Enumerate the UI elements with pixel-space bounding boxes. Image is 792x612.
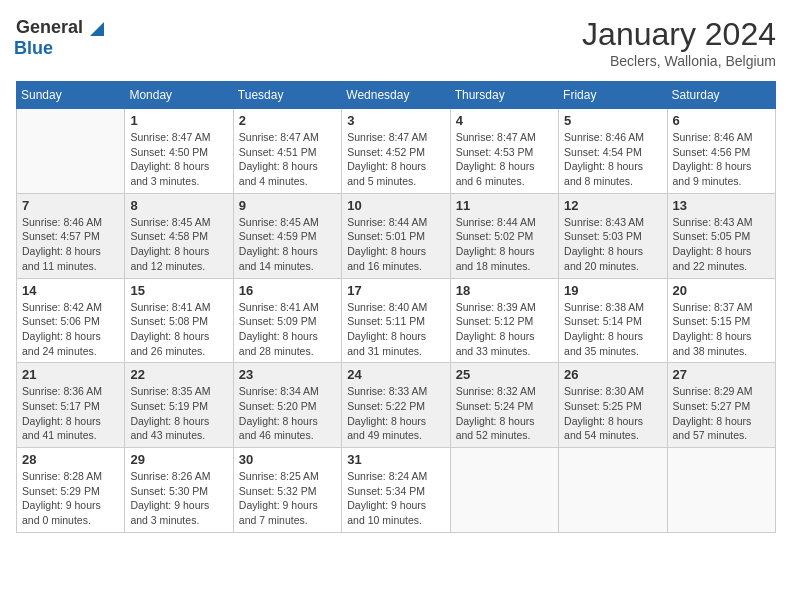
- day-number: 5: [564, 113, 661, 128]
- calendar-cell: 18Sunrise: 8:39 AMSunset: 5:12 PMDayligh…: [450, 278, 558, 363]
- day-info: Sunrise: 8:43 AMSunset: 5:03 PMDaylight:…: [564, 215, 661, 274]
- weekday-header: Monday: [125, 82, 233, 109]
- day-number: 22: [130, 367, 227, 382]
- calendar-cell: 25Sunrise: 8:32 AMSunset: 5:24 PMDayligh…: [450, 363, 558, 448]
- day-info: Sunrise: 8:47 AMSunset: 4:51 PMDaylight:…: [239, 130, 336, 189]
- day-number: 30: [239, 452, 336, 467]
- day-info: Sunrise: 8:29 AMSunset: 5:27 PMDaylight:…: [673, 384, 770, 443]
- calendar-cell: 17Sunrise: 8:40 AMSunset: 5:11 PMDayligh…: [342, 278, 450, 363]
- day-number: 28: [22, 452, 119, 467]
- calendar-cell: 12Sunrise: 8:43 AMSunset: 5:03 PMDayligh…: [559, 193, 667, 278]
- weekday-header: Wednesday: [342, 82, 450, 109]
- calendar-cell: 10Sunrise: 8:44 AMSunset: 5:01 PMDayligh…: [342, 193, 450, 278]
- day-number: 15: [130, 283, 227, 298]
- day-info: Sunrise: 8:47 AMSunset: 4:50 PMDaylight:…: [130, 130, 227, 189]
- calendar-cell: 4Sunrise: 8:47 AMSunset: 4:53 PMDaylight…: [450, 109, 558, 194]
- calendar-cell: 7Sunrise: 8:46 AMSunset: 4:57 PMDaylight…: [17, 193, 125, 278]
- calendar-cell: 23Sunrise: 8:34 AMSunset: 5:20 PMDayligh…: [233, 363, 341, 448]
- calendar-cell: 21Sunrise: 8:36 AMSunset: 5:17 PMDayligh…: [17, 363, 125, 448]
- calendar-cell: 2Sunrise: 8:47 AMSunset: 4:51 PMDaylight…: [233, 109, 341, 194]
- calendar-cell: 5Sunrise: 8:46 AMSunset: 4:54 PMDaylight…: [559, 109, 667, 194]
- day-number: 29: [130, 452, 227, 467]
- day-info: Sunrise: 8:44 AMSunset: 5:02 PMDaylight:…: [456, 215, 553, 274]
- day-number: 8: [130, 198, 227, 213]
- calendar-cell: [450, 448, 558, 533]
- day-number: 6: [673, 113, 770, 128]
- day-number: 7: [22, 198, 119, 213]
- calendar-cell: [17, 109, 125, 194]
- day-number: 19: [564, 283, 661, 298]
- day-number: 1: [130, 113, 227, 128]
- logo-blue-text: Blue: [14, 38, 53, 59]
- day-number: 27: [673, 367, 770, 382]
- day-number: 11: [456, 198, 553, 213]
- calendar-cell: 3Sunrise: 8:47 AMSunset: 4:52 PMDaylight…: [342, 109, 450, 194]
- calendar-header-row: SundayMondayTuesdayWednesdayThursdayFrid…: [17, 82, 776, 109]
- day-info: Sunrise: 8:33 AMSunset: 5:22 PMDaylight:…: [347, 384, 444, 443]
- day-info: Sunrise: 8:40 AMSunset: 5:11 PMDaylight:…: [347, 300, 444, 359]
- day-number: 17: [347, 283, 444, 298]
- day-number: 4: [456, 113, 553, 128]
- calendar-cell: 29Sunrise: 8:26 AMSunset: 5:30 PMDayligh…: [125, 448, 233, 533]
- day-info: Sunrise: 8:45 AMSunset: 4:58 PMDaylight:…: [130, 215, 227, 274]
- day-number: 24: [347, 367, 444, 382]
- logo-general-text: General: [16, 17, 83, 38]
- day-info: Sunrise: 8:35 AMSunset: 5:19 PMDaylight:…: [130, 384, 227, 443]
- day-info: Sunrise: 8:38 AMSunset: 5:14 PMDaylight:…: [564, 300, 661, 359]
- day-number: 21: [22, 367, 119, 382]
- calendar-table: SundayMondayTuesdayWednesdayThursdayFrid…: [16, 81, 776, 533]
- day-info: Sunrise: 8:44 AMSunset: 5:01 PMDaylight:…: [347, 215, 444, 274]
- day-info: Sunrise: 8:30 AMSunset: 5:25 PMDaylight:…: [564, 384, 661, 443]
- page-subtitle: Beclers, Wallonia, Belgium: [582, 53, 776, 69]
- calendar-cell: 22Sunrise: 8:35 AMSunset: 5:19 PMDayligh…: [125, 363, 233, 448]
- day-info: Sunrise: 8:36 AMSunset: 5:17 PMDaylight:…: [22, 384, 119, 443]
- calendar-cell: 11Sunrise: 8:44 AMSunset: 5:02 PMDayligh…: [450, 193, 558, 278]
- calendar-cell: 8Sunrise: 8:45 AMSunset: 4:58 PMDaylight…: [125, 193, 233, 278]
- calendar-cell: 26Sunrise: 8:30 AMSunset: 5:25 PMDayligh…: [559, 363, 667, 448]
- weekday-header: Friday: [559, 82, 667, 109]
- weekday-header: Sunday: [17, 82, 125, 109]
- calendar-cell: 24Sunrise: 8:33 AMSunset: 5:22 PMDayligh…: [342, 363, 450, 448]
- day-number: 25: [456, 367, 553, 382]
- day-info: Sunrise: 8:41 AMSunset: 5:08 PMDaylight:…: [130, 300, 227, 359]
- day-info: Sunrise: 8:28 AMSunset: 5:29 PMDaylight:…: [22, 469, 119, 528]
- svg-marker-0: [90, 22, 104, 36]
- day-info: Sunrise: 8:46 AMSunset: 4:57 PMDaylight:…: [22, 215, 119, 274]
- weekday-header: Saturday: [667, 82, 775, 109]
- calendar-cell: [559, 448, 667, 533]
- day-info: Sunrise: 8:45 AMSunset: 4:59 PMDaylight:…: [239, 215, 336, 274]
- day-number: 12: [564, 198, 661, 213]
- day-info: Sunrise: 8:41 AMSunset: 5:09 PMDaylight:…: [239, 300, 336, 359]
- day-info: Sunrise: 8:25 AMSunset: 5:32 PMDaylight:…: [239, 469, 336, 528]
- day-info: Sunrise: 8:47 AMSunset: 4:52 PMDaylight:…: [347, 130, 444, 189]
- day-info: Sunrise: 8:26 AMSunset: 5:30 PMDaylight:…: [130, 469, 227, 528]
- calendar-cell: 16Sunrise: 8:41 AMSunset: 5:09 PMDayligh…: [233, 278, 341, 363]
- day-number: 3: [347, 113, 444, 128]
- calendar-cell: 27Sunrise: 8:29 AMSunset: 5:27 PMDayligh…: [667, 363, 775, 448]
- day-info: Sunrise: 8:46 AMSunset: 4:56 PMDaylight:…: [673, 130, 770, 189]
- page-header: General Blue January 2024 Beclers, Wallo…: [16, 16, 776, 69]
- calendar-row: 28Sunrise: 8:28 AMSunset: 5:29 PMDayligh…: [17, 448, 776, 533]
- day-info: Sunrise: 8:32 AMSunset: 5:24 PMDaylight:…: [456, 384, 553, 443]
- calendar-cell: 30Sunrise: 8:25 AMSunset: 5:32 PMDayligh…: [233, 448, 341, 533]
- weekday-header: Tuesday: [233, 82, 341, 109]
- day-number: 14: [22, 283, 119, 298]
- calendar-cell: [667, 448, 775, 533]
- calendar-cell: 14Sunrise: 8:42 AMSunset: 5:06 PMDayligh…: [17, 278, 125, 363]
- calendar-cell: 9Sunrise: 8:45 AMSunset: 4:59 PMDaylight…: [233, 193, 341, 278]
- day-info: Sunrise: 8:46 AMSunset: 4:54 PMDaylight:…: [564, 130, 661, 189]
- calendar-row: 1Sunrise: 8:47 AMSunset: 4:50 PMDaylight…: [17, 109, 776, 194]
- calendar-cell: 13Sunrise: 8:43 AMSunset: 5:05 PMDayligh…: [667, 193, 775, 278]
- weekday-header: Thursday: [450, 82, 558, 109]
- day-info: Sunrise: 8:24 AMSunset: 5:34 PMDaylight:…: [347, 469, 444, 528]
- page-title: January 2024: [582, 16, 776, 53]
- calendar-cell: 15Sunrise: 8:41 AMSunset: 5:08 PMDayligh…: [125, 278, 233, 363]
- day-info: Sunrise: 8:43 AMSunset: 5:05 PMDaylight:…: [673, 215, 770, 274]
- day-info: Sunrise: 8:37 AMSunset: 5:15 PMDaylight:…: [673, 300, 770, 359]
- day-number: 20: [673, 283, 770, 298]
- calendar-row: 21Sunrise: 8:36 AMSunset: 5:17 PMDayligh…: [17, 363, 776, 448]
- calendar-row: 14Sunrise: 8:42 AMSunset: 5:06 PMDayligh…: [17, 278, 776, 363]
- day-number: 23: [239, 367, 336, 382]
- day-number: 9: [239, 198, 336, 213]
- day-info: Sunrise: 8:34 AMSunset: 5:20 PMDaylight:…: [239, 384, 336, 443]
